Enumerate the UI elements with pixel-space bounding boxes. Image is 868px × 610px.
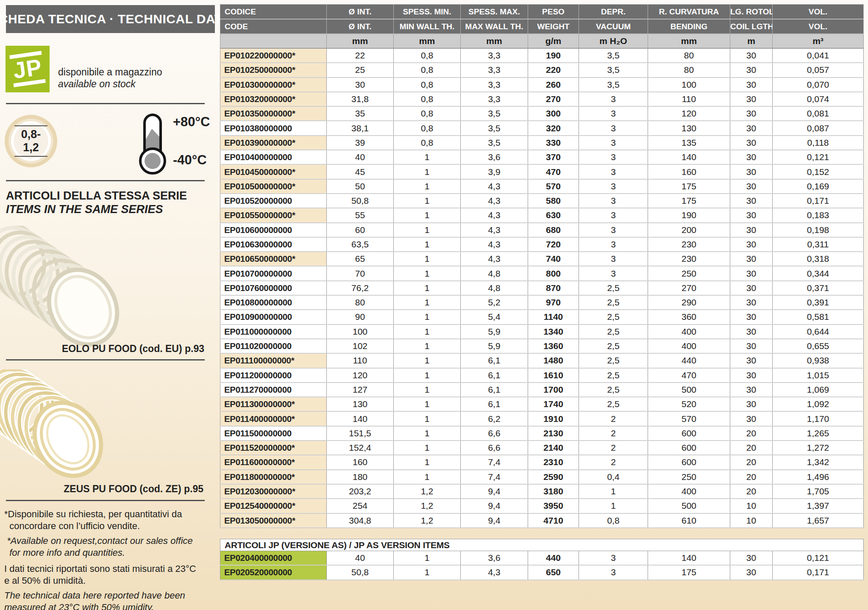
- value-cell: 1: [394, 179, 461, 194]
- value-cell: 1,342: [773, 455, 864, 469]
- value-cell: 230: [648, 237, 730, 252]
- value-cell: 1: [394, 194, 461, 208]
- value-cell: 55: [327, 208, 394, 222]
- value-cell: 30: [730, 266, 773, 280]
- product-code: EP010520000000: [220, 194, 327, 208]
- value-cell: 0,074: [773, 92, 864, 106]
- value-cell: 4,3: [461, 194, 528, 208]
- value-cell: 1: [394, 565, 461, 580]
- wall-thickness-value: 0,8-1,2: [14, 125, 47, 157]
- value-cell: 3,5: [579, 78, 648, 92]
- same-series-heading-it: ARTICOLI DELLA STESSA SERIE: [6, 189, 187, 202]
- product-code: EP011400000000*: [220, 411, 327, 426]
- value-cell: 3: [579, 266, 648, 280]
- value-cell: 3,3: [461, 48, 528, 63]
- value-cell: 80: [648, 48, 730, 63]
- value-cell: 160: [327, 455, 394, 469]
- value-cell: 0,938: [773, 353, 864, 368]
- value-cell: 0,311: [773, 237, 864, 252]
- value-cell: 3,3: [461, 92, 528, 106]
- value-cell: 1: [394, 383, 461, 397]
- value-cell: 0,057: [773, 63, 864, 77]
- table-row: EP010350000000*350,83,53003120300,081: [220, 106, 864, 121]
- product-code: EP010220000000*: [220, 48, 327, 63]
- value-cell: 1: [394, 164, 461, 179]
- value-cell: 76,2: [327, 281, 394, 295]
- column-header: VACUUM: [579, 19, 648, 34]
- table-row: EP01102000000010215,913602,5400300,655: [220, 339, 864, 353]
- table-row: EP0108000000008015,29702,5290300,391: [220, 295, 864, 310]
- value-cell: 30: [730, 150, 773, 164]
- value-cell: 3: [579, 121, 648, 135]
- value-cell: 22: [327, 48, 394, 63]
- value-cell: 1,069: [773, 383, 864, 397]
- value-cell: 0,318: [773, 252, 864, 266]
- value-cell: 1: [579, 484, 648, 499]
- value-cell: 20: [730, 441, 773, 455]
- value-cell: 2310: [528, 455, 579, 469]
- value-cell: 4,3: [461, 565, 528, 580]
- value-cell: 30: [730, 324, 773, 339]
- value-cell: 30: [730, 106, 773, 121]
- value-cell: 70: [327, 266, 394, 280]
- value-cell: 610: [648, 513, 730, 528]
- product-code: EP011200000000: [220, 368, 327, 383]
- value-cell: 5,9: [461, 339, 528, 353]
- value-cell: 4,8: [461, 266, 528, 280]
- units-row: mmmmmmg/mm H₂Ommmm³: [220, 34, 864, 48]
- value-cell: 30: [730, 397, 773, 411]
- value-cell: 100: [648, 78, 730, 92]
- value-cell: 254: [327, 499, 394, 513]
- value-cell: 1: [394, 252, 461, 266]
- value-cell: 130: [648, 121, 730, 135]
- value-cell: 0,8: [394, 121, 461, 135]
- value-cell: 1: [394, 441, 461, 455]
- product-code: EP010300000000*: [220, 78, 327, 92]
- value-cell: 130: [327, 397, 394, 411]
- table-row: EP013050000000*304,81,29,447100,8610101,…: [220, 513, 864, 528]
- value-cell: 0,8: [394, 92, 461, 106]
- value-cell: 3950: [528, 499, 579, 513]
- value-cell: 2,5: [579, 368, 648, 383]
- value-cell: 120: [648, 106, 730, 121]
- value-cell: 0,171: [773, 565, 864, 580]
- value-cell: 400: [648, 324, 730, 339]
- value-cell: 600: [648, 441, 730, 455]
- value-cell: 1740: [528, 397, 579, 411]
- product-code: EP011500000000: [220, 426, 327, 441]
- unit-cell: mm: [461, 34, 528, 48]
- product-code: EP010600000000: [220, 223, 327, 237]
- unit-cell: [220, 34, 327, 48]
- value-cell: 6,6: [461, 441, 528, 455]
- value-cell: 440: [648, 353, 730, 368]
- value-cell: 0,391: [773, 295, 864, 310]
- table-row: EP011520000000*152,416,621402600201,272: [220, 441, 864, 455]
- value-cell: 4710: [528, 513, 579, 528]
- value-cell: 0,171: [773, 194, 864, 208]
- value-cell: 30: [730, 339, 773, 353]
- value-cell: 30: [730, 164, 773, 179]
- value-cell: 220: [528, 63, 579, 77]
- column-header: Ø INT.: [327, 19, 394, 34]
- value-cell: 3: [579, 551, 648, 566]
- value-cell: 30: [730, 551, 773, 566]
- product-code: EP010760000000: [220, 281, 327, 295]
- value-cell: 3,5: [579, 48, 648, 63]
- value-cell: 31,8: [327, 92, 394, 106]
- value-cell: 1: [394, 208, 461, 222]
- value-cell: 30: [730, 411, 773, 426]
- table-row: EP010500000000*5014,35703175300,169: [220, 179, 864, 194]
- column-header: VOL.: [773, 5, 864, 19]
- table-row: EP011300000000*13016,117402,5520301,092: [220, 397, 864, 411]
- product-code: EP010400000000: [220, 150, 327, 164]
- value-cell: 6,1: [461, 383, 528, 397]
- value-cell: 4,3: [461, 208, 528, 222]
- value-cell: 7,4: [461, 455, 528, 469]
- value-cell: 6,1: [461, 353, 528, 368]
- table-row: EP011600000000*16017,423102600201,342: [220, 455, 864, 469]
- value-cell: 4,3: [461, 237, 528, 252]
- column-header: Ø INT.: [327, 5, 394, 19]
- value-cell: 20: [730, 426, 773, 441]
- value-cell: 3,6: [461, 150, 528, 164]
- column-header: CODE: [220, 19, 327, 34]
